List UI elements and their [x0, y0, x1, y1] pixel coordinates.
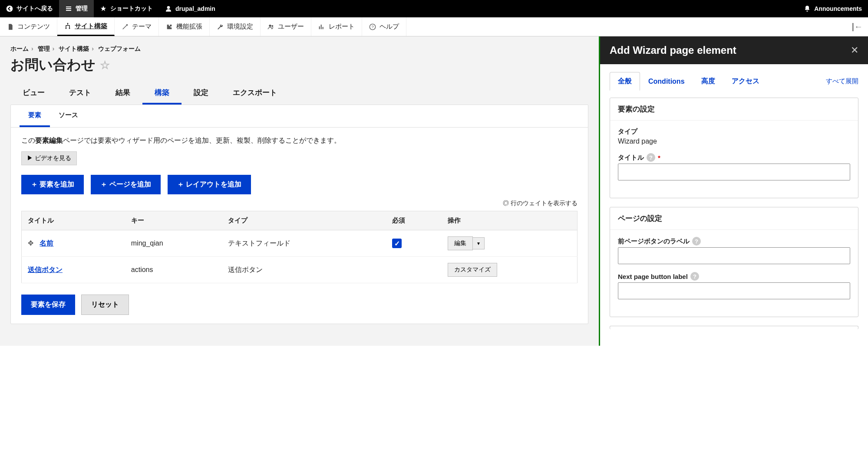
tab-test[interactable]: テスト	[57, 82, 103, 105]
add-layout-button[interactable]: ＋ レイアウトを追加	[168, 175, 251, 194]
panel-tabs: 全般 Conditions 高度 アクセス すべて展開	[610, 72, 858, 91]
breadcrumb: ホーム› 管理› サイト構築› ウェブフォーム	[10, 45, 588, 53]
nav-help[interactable]: ? ヘルプ	[362, 17, 406, 36]
manage-toggle[interactable]: 管理	[59, 0, 94, 17]
subtab-elements[interactable]: 要素	[20, 105, 50, 127]
page-title: お問い合わせ ☆	[10, 56, 588, 75]
user-icon	[165, 5, 172, 12]
prev-button-label: 前ページボタンのラベル ?	[618, 237, 850, 246]
crumb-home[interactable]: ホーム	[10, 45, 29, 52]
watch-video-button[interactable]: ▶ ビデオを見る	[21, 151, 77, 165]
file-icon	[7, 23, 14, 30]
title-label: タイトル ? *	[618, 153, 850, 162]
svg-point-1	[167, 6, 170, 9]
shortcuts[interactable]: ショートカット	[94, 0, 159, 17]
back-to-site[interactable]: サイトへ戻る	[0, 0, 59, 17]
prev-button-input[interactable]	[618, 247, 850, 264]
fieldset-legend: ページの設定	[610, 207, 858, 230]
element-title-link[interactable]: 名前	[40, 239, 53, 247]
nav-config[interactable]: 環境設定	[210, 17, 261, 36]
ptab-general[interactable]: 全般	[610, 72, 640, 91]
ptab-conditions[interactable]: Conditions	[640, 73, 693, 90]
nav-structure[interactable]: サイト構築	[57, 17, 115, 36]
help-icon[interactable]: ?	[690, 272, 699, 281]
help-icon[interactable]: ?	[647, 153, 655, 162]
topbar: サイトへ戻る 管理 ショートカット drupal_admin Announcem…	[0, 0, 868, 17]
element-type: テキストフィールド	[222, 230, 386, 257]
save-elements-button[interactable]: 要素を保存	[21, 295, 75, 315]
col-ops: 操作	[442, 211, 578, 230]
announcements-label: Announcements	[814, 5, 862, 12]
col-key: キー	[125, 211, 222, 230]
nav-appearance[interactable]: テーマ	[115, 17, 159, 36]
edit-button[interactable]: 編集	[448, 236, 473, 250]
nav-people[interactable]: ユーザー	[261, 17, 311, 36]
user-menu[interactable]: drupal_admin	[159, 0, 221, 17]
table-row: ✥ 名前 ming_qian テキストフィールド ✓ 編集▾	[22, 230, 578, 257]
nav-content[interactable]: コンテンツ	[0, 17, 57, 36]
nav-extend[interactable]: 機能拡張	[159, 17, 210, 36]
expand-all-link[interactable]: すべて展開	[826, 77, 858, 85]
svg-point-0	[7, 6, 13, 12]
element-title-link[interactable]: 送信ボタン	[28, 266, 63, 273]
edit-dropdown[interactable]: ▾	[472, 237, 485, 249]
type-value: Wizard page	[618, 138, 850, 145]
collapse-toolbar-icon[interactable]: |←	[846, 22, 868, 32]
col-required: 必須	[386, 211, 441, 230]
next-button-label: Next page button label ?	[618, 272, 850, 281]
wand-icon	[122, 23, 129, 30]
tab-export[interactable]: エクスポート	[221, 82, 289, 105]
secondary-tabs: 要素 ソース	[11, 105, 588, 128]
fieldset-page-settings: ページの設定 前ページボタンのラベル ? Next page button la…	[610, 207, 858, 317]
element-key: actions	[125, 257, 222, 283]
svg-point-5	[269, 24, 271, 26]
nav-reports[interactable]: レポート	[311, 17, 362, 36]
col-type: タイプ	[222, 211, 386, 230]
tab-view[interactable]: ビュー	[10, 82, 57, 105]
type-label: タイプ	[618, 128, 850, 136]
people-icon	[267, 23, 274, 30]
tab-results[interactable]: 結果	[103, 82, 142, 105]
reset-button[interactable]: リセット	[81, 295, 129, 315]
bell-icon	[804, 5, 811, 12]
crumb-structure[interactable]: サイト構築	[59, 45, 89, 52]
chart-icon	[318, 23, 325, 30]
announcements[interactable]: Announcements	[798, 0, 868, 17]
hamburger-icon	[65, 5, 72, 12]
subtab-source[interactable]: ソース	[50, 105, 87, 127]
svg-point-2	[67, 23, 69, 24]
elements-table: タイトル キー タイプ 必須 操作 ✥ 名前	[21, 211, 578, 283]
adminbar: コンテンツ サイト構築 テーマ 機能拡張 環境設定 ユーザー レポート ? ヘル…	[0, 17, 868, 36]
favorite-star-icon[interactable]: ☆	[100, 59, 110, 72]
element-key: ming_qian	[125, 230, 222, 257]
ptab-access[interactable]: アクセス	[723, 72, 768, 91]
crumb-webform[interactable]: ウェブフォーム	[98, 45, 141, 52]
help-icon[interactable]: ?	[692, 237, 701, 246]
required-checkbox[interactable]: ✓	[392, 239, 402, 248]
next-button-input[interactable]	[618, 282, 850, 299]
drag-handle-icon[interactable]: ✥	[28, 239, 33, 247]
ptab-advanced[interactable]: 高度	[693, 72, 723, 91]
help-icon: ?	[369, 23, 376, 30]
title-input[interactable]	[618, 164, 850, 180]
crumb-admin[interactable]: 管理	[38, 45, 50, 52]
customize-button[interactable]: カスタマイズ	[448, 263, 497, 277]
add-element-button[interactable]: ＋ 要素を追加	[21, 175, 84, 194]
add-page-button[interactable]: ＋ ページを追加	[91, 175, 160, 194]
manage-label: 管理	[76, 5, 88, 13]
side-panel: Add Wizard page element ✕ 全般 Conditions …	[599, 36, 868, 346]
close-icon[interactable]: ✕	[851, 45, 858, 56]
structure-icon	[64, 23, 71, 29]
element-type: 送信ボタン	[222, 257, 386, 283]
fieldset-legend: 要素の設定	[610, 98, 858, 121]
tab-build[interactable]: 構築	[142, 82, 182, 105]
star-icon	[100, 5, 107, 12]
required-marker: *	[658, 154, 660, 161]
tab-settings[interactable]: 設定	[182, 82, 221, 105]
chevron-left-icon	[6, 5, 13, 12]
svg-point-3	[66, 28, 67, 29]
fieldset-element-settings: 要素の設定 タイプ Wizard page タイトル ? *	[610, 98, 858, 198]
wrench-icon	[217, 23, 224, 30]
show-row-weights[interactable]: 行のウェイトを表示する	[21, 200, 578, 207]
table-row: 送信ボタン actions 送信ボタン カスタマイズ	[22, 257, 578, 283]
